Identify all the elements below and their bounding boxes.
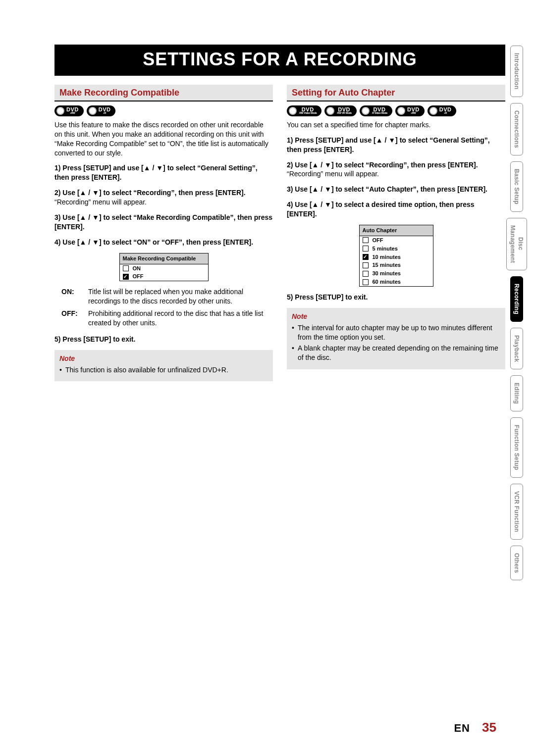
definition-label: ON:	[61, 287, 88, 306]
note-list-right: The interval for auto chapter may be up …	[292, 323, 500, 363]
side-tab-label: Playback	[513, 335, 520, 362]
checkbox-icon[interactable]	[363, 262, 369, 268]
disc-badges-left: DVD+RWDVD+R	[54, 105, 273, 116]
definition-desc: Prohibiting additional record to the dis…	[88, 309, 273, 328]
step-text: 3) Use [▲ / ▼] to select “Make Recording…	[54, 213, 272, 231]
side-tab[interactable]: Recording	[510, 276, 523, 322]
page-title-banner: SETTINGS FOR A RECORDING	[54, 45, 505, 76]
menu-row-label: 15 minutes	[373, 261, 401, 269]
menu-row[interactable]: 5 minutes	[360, 245, 433, 253]
menu-row[interactable]: 60 minutes	[360, 278, 433, 286]
note-box-right: Note The interval for auto chapter may b…	[287, 308, 505, 369]
side-tab-label: Connections	[513, 110, 520, 148]
side-tabs: IntroductionConnectionsBasic SetupDiscMa…	[506, 46, 527, 580]
on-off-definitions: ON:Title list will be replaced when you …	[61, 287, 273, 328]
disc-icon	[56, 107, 64, 115]
definition-label: OFF:	[61, 309, 88, 328]
checkbox-icon[interactable]	[363, 246, 369, 252]
checkbox-icon[interactable]	[363, 279, 369, 285]
disc-text: DVD+RW	[407, 107, 420, 114]
menu-right-title: Auto Chapter	[360, 225, 433, 236]
disc-badges-right: DVD-RW Video ModeDVD-RW VR ModeDVD-R Vid…	[287, 105, 505, 116]
menu-row-label: 5 minutes	[373, 245, 398, 252]
footer-page-number: 35	[482, 720, 496, 735]
step: 2) Use [▲ / ▼] to select “Recording”, th…	[54, 188, 273, 207]
left-column: Make Recording Compatible DVD+RWDVD+R Us…	[54, 85, 273, 382]
step: 4) Use [▲ / ▼] to select “ON” or “OFF”, …	[54, 238, 273, 247]
disc-badge: DVD+R	[428, 105, 457, 116]
section-heading-left-text: Make Recording Compatible	[59, 88, 179, 98]
step-text: 2) Use [▲ / ▼] to select “Recording”, th…	[287, 161, 478, 169]
side-tab-label: Recording	[513, 284, 520, 314]
side-tab-label: Editing	[513, 383, 520, 404]
disc-text: DVD+R	[439, 107, 452, 114]
step-text: 4) Use [▲ / ▼] to select “ON” or “OFF”, …	[54, 238, 253, 246]
side-tab[interactable]: Function Setup	[510, 417, 523, 478]
definition-desc: Title list will be replaced when you mak…	[88, 287, 273, 306]
footer-lang: EN	[454, 722, 470, 734]
menu-row-label: OFF	[133, 273, 144, 280]
side-tab[interactable]: Editing	[510, 375, 523, 411]
page-footer: EN 35	[454, 719, 496, 736]
menu-right-body: OFF5 minutes10 minutes15 minutes30 minut…	[360, 236, 433, 286]
step-note: “Recording” menu will appear.	[287, 170, 379, 178]
disc-sub: -RW VR Mode	[336, 112, 351, 114]
menu-left-body: ONOFF	[120, 264, 208, 281]
side-tab[interactable]: Others	[510, 546, 523, 580]
right-intro: You can set a specified time for chapter…	[287, 120, 505, 130]
note-item: The interval for auto chapter may be up …	[292, 323, 500, 342]
step: 1) Press [SETUP] and use [▲ / ▼] to sele…	[287, 136, 505, 154]
checkbox-icon[interactable]	[123, 265, 129, 271]
checkbox-icon[interactable]	[363, 254, 369, 260]
checkbox-icon[interactable]	[363, 271, 369, 277]
disc-text: DVD+RW	[66, 107, 79, 114]
side-tab[interactable]: Connections	[510, 103, 523, 155]
side-tab-label: Others	[513, 553, 520, 573]
menu-row-label: ON	[133, 265, 141, 272]
step-text: 4) Use [▲ / ▼] to select a desired time …	[287, 201, 475, 218]
step-text: 1) Press [SETUP] and use [▲ / ▼] to sele…	[54, 164, 258, 181]
checkbox-icon[interactable]	[123, 274, 129, 280]
side-tab[interactable]: DiscManagement	[506, 218, 527, 270]
step-text: 3) Use [▲ / ▼] to select “Auto Chapter”,…	[287, 185, 487, 193]
side-tab-label: Introduction	[513, 53, 520, 90]
menu-row[interactable]: OFF	[120, 272, 208, 281]
side-tab[interactable]: Introduction	[510, 46, 523, 97]
menu-row[interactable]: ON	[120, 264, 208, 273]
disc-icon	[397, 107, 405, 115]
menu-row-label: 30 minutes	[373, 270, 401, 277]
disc-text: DVD-RW VR Mode	[336, 107, 351, 114]
disc-sub: -RW Video Mode	[299, 112, 317, 114]
page: SETTINGS FOR A RECORDING Make Recording …	[0, 0, 535, 756]
left-intro: Use this feature to make the discs recor…	[54, 120, 273, 158]
disc-icon	[326, 107, 334, 115]
disc-icon	[429, 107, 437, 115]
disc-badge: DVD+RW	[395, 105, 425, 116]
checkbox-icon[interactable]	[363, 237, 369, 243]
note-item: This function is also available for unfi…	[59, 365, 268, 375]
definition-row: ON:Title list will be replaced when you …	[61, 287, 273, 306]
side-tab[interactable]: VCR Function	[510, 484, 523, 540]
step-text: 1) Press [SETUP] and use [▲ / ▼] to sele…	[287, 136, 490, 153]
left-step-5-text: 5) Press [SETUP] to exit.	[54, 335, 135, 343]
menu-row[interactable]: 10 minutes	[360, 253, 433, 261]
definition-row: OFF:Prohibiting additional record to the…	[61, 309, 273, 328]
side-tab-label: Basic Setup	[513, 169, 520, 204]
disc-badge: DVD-RW VR Mode	[324, 105, 356, 116]
side-tab[interactable]: Basic Setup	[510, 161, 523, 212]
menu-row[interactable]: OFF	[360, 236, 433, 245]
disc-badge: DVD+RW	[54, 105, 84, 116]
note-list-left: This function is also available for unfi…	[59, 365, 268, 375]
step-note: “Recording” menu will appear.	[54, 198, 147, 206]
menu-row[interactable]: 30 minutes	[360, 269, 433, 278]
page-title: SETTINGS FOR A RECORDING	[143, 49, 417, 69]
step: 4) Use [▲ / ▼] to select a desired time …	[287, 200, 505, 219]
note-box-left: Note This function is also available for…	[54, 350, 273, 382]
side-tab-label-2: Management	[509, 225, 517, 263]
menu-row[interactable]: 15 minutes	[360, 261, 433, 269]
step: 3) Use [▲ / ▼] to select “Auto Chapter”,…	[287, 185, 505, 194]
disc-icon	[362, 107, 370, 115]
menu-row-label: OFF	[373, 237, 383, 244]
side-tab[interactable]: Playback	[510, 328, 523, 369]
section-heading-right-text: Setting for Auto Chapter	[292, 88, 395, 98]
